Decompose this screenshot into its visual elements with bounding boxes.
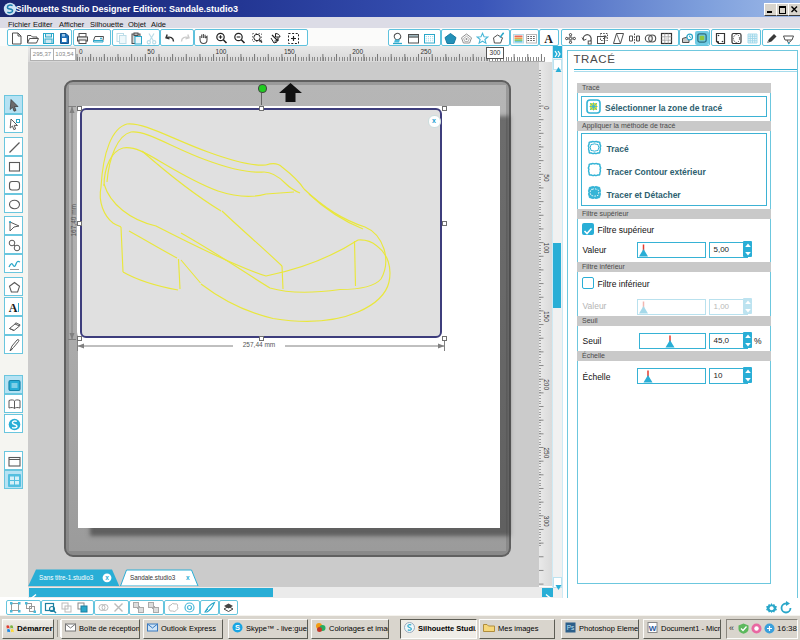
svg-text:S: S xyxy=(235,623,240,632)
svg-text:Ps: Ps xyxy=(567,624,575,631)
svg-text:250: 250 xyxy=(543,448,550,459)
svg-text:200: 200 xyxy=(543,379,550,390)
svg-text:x: x xyxy=(105,574,109,581)
svg-text:300: 300 xyxy=(543,516,550,527)
svg-text:100: 100 xyxy=(543,243,550,254)
svg-text:W: W xyxy=(649,624,657,633)
svg-text:50: 50 xyxy=(543,174,550,182)
svg-text:150: 150 xyxy=(543,311,550,322)
svg-text:A: A xyxy=(9,300,18,314)
svg-text:x: x xyxy=(186,573,190,580)
svg-text:Sans titre-1.studio3: Sans titre-1.studio3 xyxy=(39,574,94,581)
svg-text:0: 0 xyxy=(543,106,550,110)
svg-text:Sandale.studio3: Sandale.studio3 xyxy=(130,574,176,581)
svg-text:A: A xyxy=(544,32,553,45)
